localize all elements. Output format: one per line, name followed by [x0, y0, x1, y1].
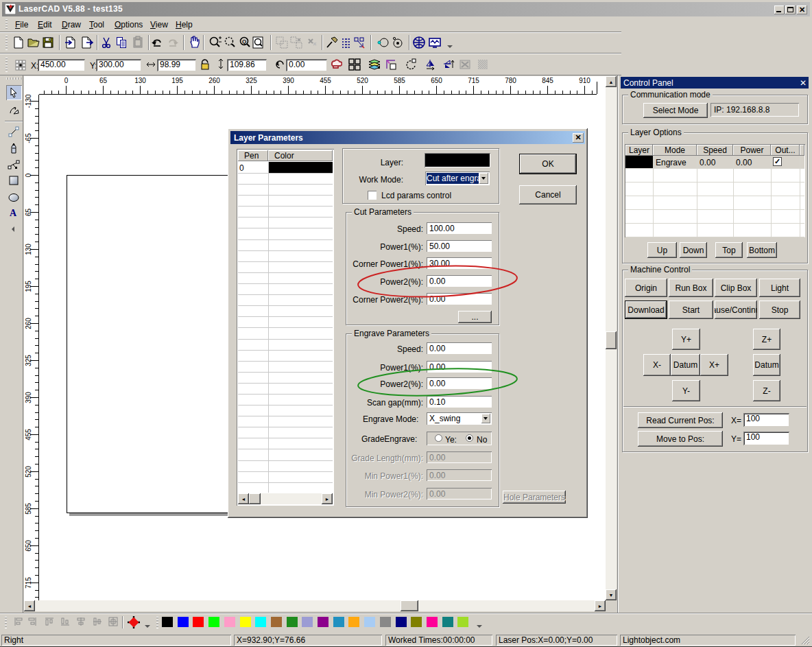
svg-text:-65: -65	[25, 133, 32, 143]
svg-text:0: 0	[25, 173, 32, 177]
svg-text:780: 780	[505, 77, 516, 84]
svg-text:Q: Q	[242, 38, 246, 45]
svg-text:0: 0	[64, 77, 69, 84]
svg-text:845: 845	[542, 77, 553, 84]
svg-text:520: 520	[25, 466, 32, 478]
svg-text:455: 455	[320, 77, 331, 84]
svg-text:390: 390	[25, 392, 32, 403]
svg-text:715: 715	[25, 577, 32, 589]
svg-text:260: 260	[208, 77, 220, 84]
svg-text:195: 195	[25, 281, 32, 292]
svg-text:455: 455	[25, 429, 32, 440]
svg-text:65: 65	[99, 77, 108, 84]
svg-text:585: 585	[394, 77, 405, 84]
svg-text:-130: -130	[25, 95, 32, 108]
svg-text:390: 390	[283, 77, 294, 84]
svg-text:325: 325	[246, 77, 257, 84]
svg-text:260: 260	[25, 318, 32, 329]
svg-text:65: 65	[25, 209, 32, 217]
svg-text:650: 650	[431, 77, 442, 84]
svg-text:910: 910	[579, 77, 590, 84]
svg-text:195: 195	[171, 77, 183, 84]
svg-text:A: A	[10, 208, 17, 218]
svg-text:130: 130	[25, 244, 32, 255]
svg-text:520: 520	[357, 77, 368, 84]
svg-text:650: 650	[25, 540, 32, 552]
svg-text:130: 130	[134, 77, 146, 84]
svg-text:325: 325	[25, 355, 32, 366]
svg-text:585: 585	[25, 503, 32, 515]
svg-text:715: 715	[468, 77, 479, 84]
